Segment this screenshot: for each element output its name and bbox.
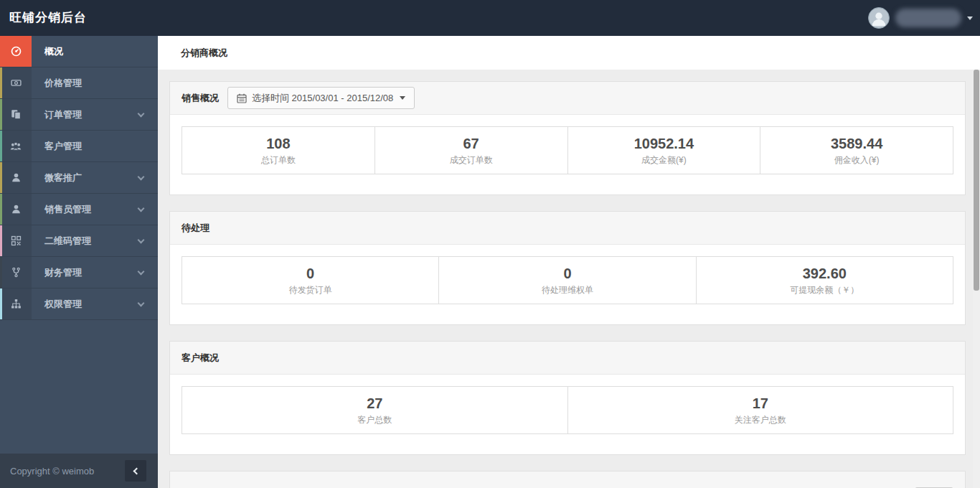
user-icon — [11, 204, 22, 215]
accent-strip — [0, 288, 2, 319]
copy-icon — [11, 109, 22, 120]
dashboard-icon — [11, 46, 22, 57]
stat-value: 0 — [306, 265, 314, 282]
sidebar-item-qrcode-management[interactable]: 二维码管理 — [0, 225, 158, 257]
scrollbar-thumb[interactable] — [974, 70, 979, 291]
stat-value: 108 — [266, 135, 290, 152]
accent-strip — [0, 131, 2, 161]
sidebar-item-salesperson-management[interactable]: 销售员管理 — [0, 194, 158, 225]
sidebar-item-label: 微客推广 — [32, 162, 82, 193]
sidebar-item-customer-management[interactable]: 客户管理 — [0, 131, 158, 162]
sidebar-item-finance-management[interactable]: 财务管理 — [0, 257, 158, 288]
panel-title: 销售概况 — [182, 92, 219, 105]
page-title: 分销商概况 — [158, 36, 980, 70]
stat-value: 10952.14 — [634, 135, 694, 152]
chevron-down-icon — [400, 96, 405, 100]
chevron-down-icon — [138, 174, 145, 181]
sidebar-item-label: 二维码管理 — [32, 225, 91, 256]
person-icon — [869, 7, 889, 29]
sidebar-item-label: 概况 — [32, 36, 63, 67]
accent-strip — [0, 225, 2, 256]
stat-value: 392.60 — [803, 265, 847, 282]
sidebar-item-order-management[interactable]: 订单管理 — [0, 99, 158, 131]
stat-label: 待处理维权单 — [542, 284, 593, 296]
stat-label: 客户总数 — [357, 414, 392, 426]
top-bar: 旺铺分销后台 — [0, 0, 980, 36]
sidebar-item-label: 财务管理 — [32, 257, 82, 288]
stat-label: 待发货订单 — [289, 284, 332, 296]
panel-customer-overview: 客户概况 27 客户总数 17 关注客户总数 — [169, 341, 966, 455]
stat-value: 0 — [563, 265, 571, 282]
accent-strip — [0, 162, 2, 193]
chevron-down-icon — [138, 300, 145, 307]
scrollbar-track[interactable] — [973, 70, 980, 488]
accent-strip — [0, 99, 2, 130]
user-icon — [11, 172, 22, 183]
chevron-down-icon — [138, 268, 145, 276]
sidebar-collapse-button[interactable] — [125, 460, 146, 482]
sidebar-item-weike-promotion[interactable]: 微客推广 — [0, 162, 158, 194]
panel-title: 客户概况 — [182, 352, 219, 365]
stat-pending-disputes: 0 待处理维权单 — [438, 256, 696, 304]
qrcode-icon — [11, 235, 22, 246]
stat-value: 67 — [463, 135, 479, 152]
panel-pending: 待处理 0 待发货订单 0 待处理维权单 392.60 可提现余额（￥） — [169, 211, 966, 325]
panel-title: 待处理 — [182, 222, 209, 235]
accent-strip — [0, 257, 2, 288]
accent-strip — [0, 194, 2, 225]
avatar — [868, 7, 890, 29]
sidebar-item-overview[interactable]: 概况 — [0, 36, 158, 67]
calendar-icon — [237, 93, 247, 103]
stat-label: 总订单数 — [261, 154, 296, 166]
sidebar: 概况 价格管理 订单管理 — [0, 36, 158, 488]
panel-sales-overview: 销售概况 选择时间 2015/03/01 - 2015/12/08 — [169, 81, 966, 195]
stat-label: 佣金收入(¥) — [834, 154, 880, 166]
stat-label: 成交订单数 — [450, 154, 493, 166]
content: 销售概况 选择时间 2015/03/01 - 2015/12/08 — [158, 70, 980, 488]
sidebar-item-label: 价格管理 — [32, 67, 82, 98]
copyright-text: Copyright © weimob — [10, 466, 94, 477]
stat-label: 成交金额(¥) — [641, 154, 687, 166]
main-area: 分销商概况 销售概况 选择时间 2015/03/01 - 2015/12/08 — [158, 36, 980, 488]
banknote-icon — [11, 78, 22, 88]
stat-value: 3589.44 — [831, 135, 882, 152]
sidebar-item-label: 销售员管理 — [32, 194, 91, 225]
stat-total-orders: 108 总订单数 — [182, 126, 375, 174]
sitemap-icon — [11, 299, 22, 309]
chevron-left-icon — [133, 467, 141, 474]
fork-icon — [11, 267, 22, 278]
stat-pending-shipments: 0 待发货订单 — [182, 256, 439, 304]
accent-strip — [0, 67, 2, 98]
sidebar-footer: Copyright © weimob — [0, 454, 158, 488]
sidebar-item-label: 订单管理 — [32, 99, 82, 130]
user-menu[interactable] — [868, 0, 973, 36]
user-name-redacted — [895, 9, 961, 27]
sidebar-item-permission-management[interactable]: 权限管理 — [0, 288, 158, 320]
sidebar-item-price-management[interactable]: 价格管理 — [0, 67, 158, 99]
sidebar-item-label: 客户管理 — [32, 131, 82, 161]
app-logo: 旺铺分销后台 — [9, 0, 87, 36]
stat-label: 关注客户总数 — [735, 414, 786, 426]
stat-withdrawable-balance: 392.60 可提现余额（￥） — [696, 256, 953, 304]
chevron-down-icon — [138, 111, 145, 118]
chevron-down-icon — [967, 17, 973, 20]
stat-total-customers: 27 客户总数 — [182, 386, 568, 434]
stat-following-customers: 17 关注客户总数 — [567, 386, 954, 434]
date-range-button[interactable]: 选择时间 2015/03/01 - 2015/12/08 — [227, 87, 415, 109]
stat-label: 可提现余额（￥） — [790, 284, 859, 296]
stat-commission-income: 3589.44 佣金收入(¥) — [760, 126, 953, 174]
date-range-label: 选择时间 2015/03/01 - 2015/12/08 — [252, 92, 393, 105]
chevron-down-icon — [138, 205, 145, 212]
stat-value: 17 — [753, 395, 768, 412]
sidebar-item-label: 权限管理 — [32, 288, 82, 319]
stat-completed-orders: 67 成交订单数 — [374, 126, 568, 174]
stat-value: 27 — [367, 395, 382, 412]
users-icon — [10, 141, 22, 152]
panel-update-notices: 更新通知 更多 — [169, 471, 966, 488]
chevron-down-icon — [138, 237, 145, 244]
stat-transaction-amount: 10952.14 成交金额(¥) — [567, 126, 761, 174]
